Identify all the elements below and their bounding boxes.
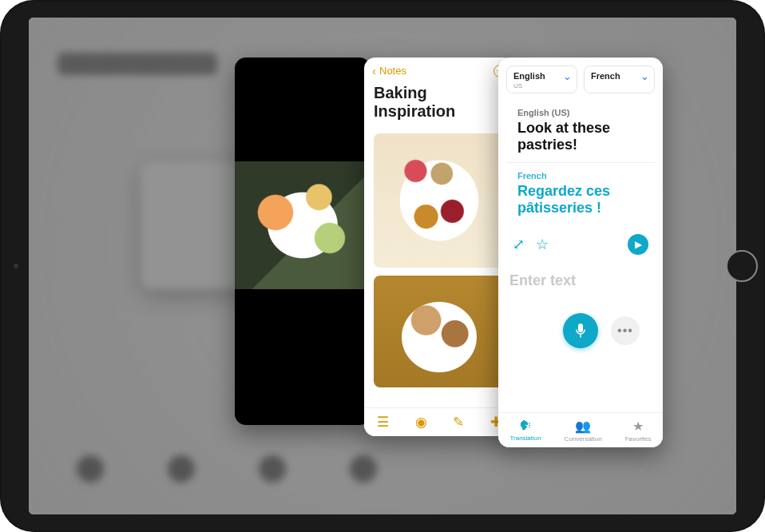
favorites-tab-icon: ★ — [632, 419, 644, 434]
chevron-down-icon: ⌄ — [563, 71, 572, 83]
favorite-star-icon[interactable]: ☆ — [536, 236, 549, 253]
tab-conversation-label: Conversation — [565, 435, 602, 443]
svg-rect-7 — [578, 324, 583, 332]
source-language-sub: US — [513, 82, 545, 89]
photo-thumbnail[interactable] — [235, 161, 371, 289]
camera-icon[interactable]: ◉ — [415, 414, 427, 431]
tab-favorites-label: Favorites — [625, 435, 652, 443]
camera-dot — [14, 264, 18, 268]
notes-back-label[interactable]: Notes — [379, 65, 406, 77]
ipad-frame: Photos Notes Baking Inspiration ‹ Notes — [0, 0, 765, 532]
enter-text-placeholder[interactable]: Enter text — [509, 272, 652, 289]
expand-icon[interactable]: ⤢ — [513, 236, 525, 253]
note-title: Baking Inspiration — [364, 81, 514, 129]
target-phrase-label: French — [517, 171, 644, 181]
checklist-icon[interactable]: ☰ — [377, 414, 389, 431]
chevron-down-icon: ⌄ — [640, 71, 649, 83]
translation-tab-icon: 🗣 — [519, 419, 532, 433]
note-image-1[interactable] — [374, 133, 505, 268]
phrase-actions-row: ⤢ ☆ ▶ — [498, 226, 663, 260]
tab-favorites[interactable]: ★ Favorites — [625, 419, 652, 443]
source-phrase-label: English (US) — [517, 108, 644, 117]
markup-icon[interactable]: ✎ — [453, 414, 464, 431]
source-language-name: English — [513, 71, 545, 81]
notes-toolbar: ☰ ◉ ✎ ✚ — [364, 407, 514, 436]
back-chevron-icon[interactable]: ‹ — [372, 64, 376, 77]
language-selector-row: English US ⌄ French ⌄ — [498, 58, 663, 100]
switcher-card-photos[interactable]: Photos — [235, 58, 371, 425]
switcher-card-translate[interactable]: 文 Translate English US ⌄ French — [498, 58, 663, 447]
mic-row: ••• — [498, 313, 663, 348]
tab-conversation[interactable]: 👥 Conversation — [565, 419, 602, 443]
target-phrase-block: French Regardez ces pâtisseries ! — [506, 163, 655, 225]
more-button[interactable]: ••• — [611, 316, 640, 345]
source-phrase-text: Look at these pastries! — [517, 120, 644, 153]
home-button[interactable] — [726, 250, 758, 282]
switcher-card-notes[interactable]: Notes Baking Inspiration ‹ Notes ⋯ Bakin… — [364, 58, 514, 436]
target-phrase-text: Regardez ces pâtisseries ! — [517, 183, 644, 216]
tab-translation[interactable]: 🗣 Translation — [509, 419, 541, 442]
screen: Photos Notes Baking Inspiration ‹ Notes — [29, 18, 736, 514]
target-language-name: French — [591, 71, 620, 81]
app-switcher[interactable]: Photos Notes Baking Inspiration ‹ Notes — [29, 18, 736, 514]
microphone-button[interactable] — [563, 313, 598, 348]
play-audio-button[interactable]: ▶ — [628, 234, 648, 255]
tab-translation-label: Translation — [509, 435, 541, 442]
note-image-2[interactable] — [374, 276, 505, 387]
source-phrase-block: English (US) Look at these pastries! — [506, 100, 655, 163]
conversation-tab-icon: 👥 — [575, 419, 591, 434]
target-language-selector[interactable]: French ⌄ — [584, 66, 655, 93]
translate-tab-bar: 🗣 Translation 👥 Conversation ★ Favorites — [498, 412, 663, 447]
notes-nav-bar: ‹ Notes ⋯ — [364, 58, 514, 81]
source-language-selector[interactable]: English US ⌄ — [506, 66, 577, 93]
